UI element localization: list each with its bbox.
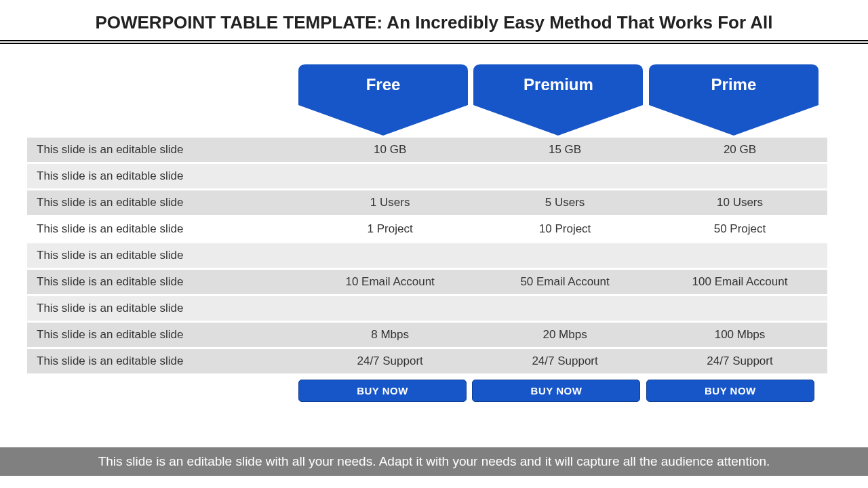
cell-prime [652,164,827,188]
plan-header-free: Free [298,64,468,119]
cell-premium: 24/7 Support [477,349,652,373]
cell-free: 10 GB [302,138,477,162]
row-label: This slide is an editable slide [27,138,302,162]
page-title: POWERPOINT TABLE TEMPLATE: An Incredibly… [0,0,868,40]
table-row: This slide is an editable slide [27,164,827,188]
buy-button-prime[interactable]: BUY NOW [646,380,814,402]
buy-button-premium[interactable]: BUY NOW [472,380,640,402]
cell-free [302,164,477,188]
row-label: This slide is an editable slide [27,296,302,321]
cell-prime: 20 GB [652,138,827,162]
cell-prime [652,296,827,321]
title-divider [0,40,868,44]
table-row: This slide is an editable slide1 Project… [27,217,827,241]
cell-free: 8 Mbps [302,323,477,347]
plan-label: Premium [473,64,643,105]
pricing-stage: Free Premium Prime This slide is an edit… [27,64,841,402]
cell-free: 24/7 Support [302,349,477,373]
cell-prime: 50 Project [652,217,827,241]
table-row: This slide is an editable slide8 Mbps20 … [27,323,827,347]
plan-label: Free [298,64,468,105]
table-row: This slide is an editable slide10 Email … [27,270,827,294]
pricing-table: This slide is an editable slide10 GB15 G… [27,136,827,375]
row-label: This slide is an editable slide [27,243,302,268]
footer-note: This slide is an editable slide with all… [0,447,868,476]
cell-prime: 10 Users [652,190,827,215]
plan-header-prime: Prime [649,64,818,119]
table-row: This slide is an editable slide10 GB15 G… [27,138,827,162]
cell-prime [652,243,827,268]
row-label: This slide is an editable slide [27,323,302,347]
cell-prime: 100 Email Account [652,270,827,294]
plan-header-premium: Premium [473,64,643,119]
cell-premium: 5 Users [477,190,652,215]
cell-premium: 50 Email Account [477,270,652,294]
cell-free: 1 Project [302,217,477,241]
cell-premium: 20 Mbps [477,323,652,347]
table-row: This slide is an editable slide1 Users5 … [27,190,827,215]
cell-premium: 15 GB [477,138,652,162]
buy-button-free[interactable]: BUY NOW [298,380,467,402]
cell-free [302,296,477,321]
cell-prime: 24/7 Support [652,349,827,373]
cell-free: 1 Users [302,190,477,215]
table-row: This slide is an editable slide [27,296,827,321]
cell-free: 10 Email Account [302,270,477,294]
row-label: This slide is an editable slide [27,190,302,215]
table-row: This slide is an editable slide24/7 Supp… [27,349,827,373]
cell-premium: 10 Project [477,217,652,241]
plan-headers: Free Premium Prime [298,64,841,136]
row-label: This slide is an editable slide [27,270,302,294]
plan-label: Prime [649,64,818,105]
row-label: This slide is an editable slide [27,217,302,241]
table-row: This slide is an editable slide [27,243,827,268]
cell-prime: 100 Mbps [652,323,827,347]
cell-premium [477,243,652,268]
cell-free [302,243,477,268]
row-label: This slide is an editable slide [27,349,302,373]
row-label: This slide is an editable slide [27,164,302,188]
cell-premium [477,296,652,321]
cell-premium [477,164,652,188]
buy-row: BUY NOW BUY NOW BUY NOW [298,380,841,402]
